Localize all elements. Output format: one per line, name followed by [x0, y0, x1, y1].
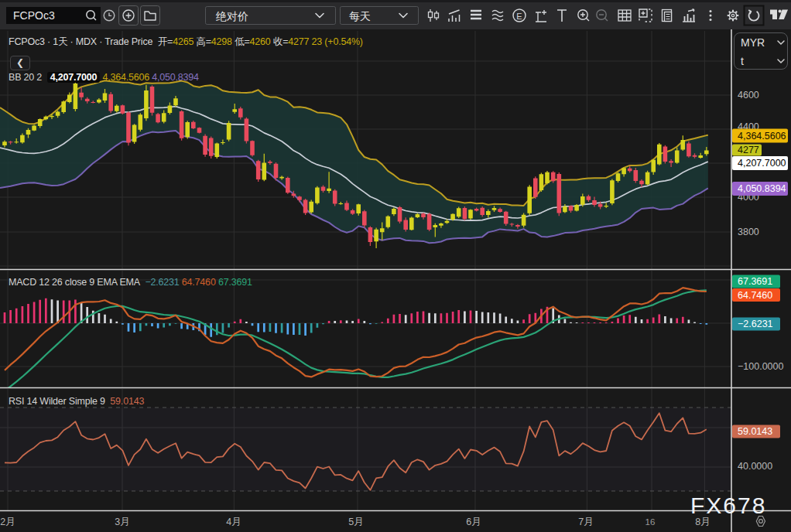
svg-text:67.3691: 67.3691 [738, 276, 772, 287]
svg-text:4,207.7000: 4,207.7000 [738, 158, 786, 169]
svg-text:绝对价: 绝对价 [215, 10, 248, 22]
svg-text:6月: 6月 [466, 517, 481, 527]
svg-text:5月: 5月 [348, 517, 363, 527]
svg-text:4月: 4月 [226, 517, 241, 527]
svg-text:每天: 每天 [349, 10, 371, 22]
svg-text:59.0143: 59.0143 [738, 426, 772, 437]
svg-text:40.0000: 40.0000 [738, 461, 772, 472]
svg-text:−100.0000: −100.0000 [738, 361, 783, 372]
svg-text:−2.6231: −2.6231 [738, 319, 773, 329]
svg-text:3800: 3800 [738, 227, 759, 237]
svg-text:4,050.8394: 4,050.8394 [738, 183, 786, 194]
svg-text:2月: 2月 [0, 517, 15, 527]
svg-text:E: E [516, 12, 522, 21]
svg-text:4277: 4277 [738, 145, 759, 155]
svg-text:FCPOc3: FCPOc3 [13, 9, 55, 22]
svg-text:16: 16 [645, 517, 656, 527]
svg-text:64.7460: 64.7460 [738, 290, 772, 301]
svg-text:3月: 3月 [115, 517, 129, 527]
svg-text:7月: 7月 [578, 517, 593, 527]
svg-text:4,364.5606: 4,364.5606 [738, 131, 786, 142]
svg-text:4600: 4600 [738, 90, 759, 101]
